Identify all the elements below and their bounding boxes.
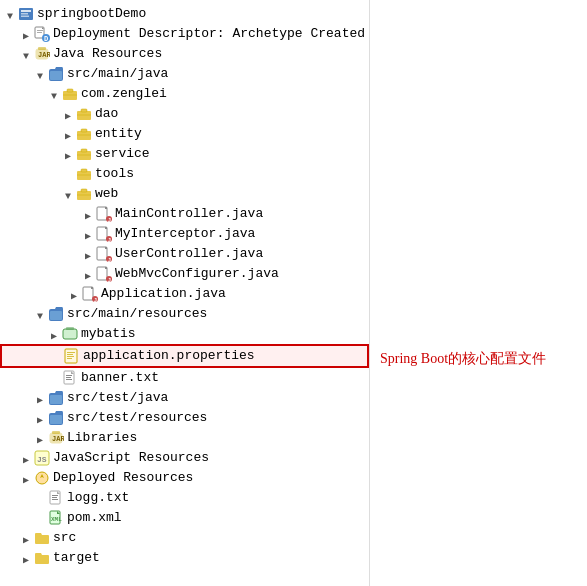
tree-item-service[interactable]: service [0, 144, 369, 164]
label-deployment-descriptor: Deployment Descriptor: Archetype Created… [53, 25, 370, 43]
svg-text:J: J [108, 257, 112, 263]
svg-rect-69 [52, 499, 58, 500]
svg-rect-53 [67, 358, 72, 359]
tree-item-tools[interactable]: tools [0, 164, 369, 184]
svg-rect-55 [66, 375, 72, 376]
svg-rect-25 [77, 171, 91, 180]
svg-rect-22 [77, 151, 91, 160]
label-Application: Application.java [101, 285, 226, 303]
label-MainController: MainController.java [115, 205, 263, 223]
svg-rect-23 [81, 149, 87, 152]
tree-item-MyInterceptor[interactable]: JMyInterceptor.java [0, 224, 369, 244]
label-src: src [53, 529, 76, 547]
label-WebMvcConfigurer: WebMvcConfigurer.java [115, 265, 279, 283]
svg-rect-20 [81, 129, 87, 132]
tree-item-springbootDemo[interactable]: springbootDemo [0, 4, 369, 24]
icon-project [18, 6, 34, 22]
tree-item-deployed-resources[interactable]: Deployed Resources [0, 468, 369, 488]
tree-item-dao[interactable]: dao [0, 104, 369, 124]
icon-java: J [96, 266, 112, 282]
tree-item-src[interactable]: src [0, 528, 369, 548]
label-libraries: Libraries [67, 429, 137, 447]
tree-item-com-zenglei[interactable]: com.zenglei [0, 84, 369, 104]
icon-folder [34, 550, 50, 566]
arrow-web [62, 188, 74, 200]
tree-item-java-resources[interactable]: JARJava Resources [0, 44, 369, 64]
svg-rect-58 [50, 395, 62, 404]
tree-item-banner-txt[interactable]: banner.txt [0, 368, 369, 388]
svg-rect-3 [21, 16, 29, 18]
label-src-test-resources: src/test/resources [67, 409, 207, 427]
tree-item-Application[interactable]: JApplication.java [0, 284, 369, 304]
label-UserController: UserController.java [115, 245, 263, 263]
icon-jar: JAR [48, 430, 64, 446]
arrow-UserController [82, 248, 94, 260]
arrow-src-main-java [34, 68, 46, 80]
arrow-service [62, 148, 74, 160]
tree-item-javascript-resources[interactable]: JSJavaScript Resources [0, 448, 369, 468]
tree-item-target[interactable]: target [0, 548, 369, 568]
arrow-dao [62, 108, 74, 120]
arrow-mybatis [48, 328, 60, 340]
arrow-target [20, 552, 32, 564]
svg-rect-47 [63, 329, 77, 339]
main-container: springbootDemoDDeployment Descriptor: Ar… [0, 0, 587, 586]
svg-rect-19 [77, 131, 91, 140]
icon-deploy [34, 470, 50, 486]
icon-descriptor: D [34, 26, 50, 42]
label-javascript-resources: JavaScript Resources [53, 449, 209, 467]
svg-rect-61 [52, 431, 60, 434]
label-application-properties: application.properties [83, 347, 255, 365]
svg-rect-29 [81, 189, 87, 192]
svg-rect-13 [63, 91, 77, 100]
tree-item-src-main-resources[interactable]: src/main/resources [0, 304, 369, 324]
tree-item-web[interactable]: web [0, 184, 369, 204]
annotation-text: Spring Boot的核心配置文件 [380, 350, 546, 368]
label-banner-txt: banner.txt [81, 369, 159, 387]
tree-item-src-test-java[interactable]: src/test/java [0, 388, 369, 408]
arrow-src [20, 532, 32, 544]
svg-text:JAR: JAR [52, 435, 64, 443]
icon-xml: XML [48, 510, 64, 526]
tree-item-pom-xml[interactable]: XMLpom.xml [0, 508, 369, 528]
icon-package [76, 186, 92, 202]
arrow-src-main-resources [34, 308, 46, 320]
tree-item-MainController[interactable]: JMainController.java [0, 204, 369, 224]
label-dao: dao [95, 105, 118, 123]
svg-rect-14 [67, 89, 73, 92]
icon-package [76, 126, 92, 142]
arrow-Application [68, 288, 80, 300]
label-com-zenglei: com.zenglei [81, 85, 167, 103]
tree-item-mybatis[interactable]: mybatis [0, 324, 369, 344]
icon-package [76, 166, 92, 182]
tree-item-deployment-descriptor[interactable]: DDeployment Descriptor: Archetype Create… [0, 24, 369, 44]
tree-item-WebMvcConfigurer[interactable]: JWebMvcConfigurer.java [0, 264, 369, 284]
svg-rect-57 [66, 379, 72, 380]
icon-java: J [82, 286, 98, 302]
tree-item-src-main-java[interactable]: src/main/java [0, 64, 369, 84]
label-src-main-resources: src/main/resources [67, 305, 207, 323]
tree-item-entity[interactable]: entity [0, 124, 369, 144]
tree-item-UserController[interactable]: JUserController.java [0, 244, 369, 264]
label-tools: tools [95, 165, 134, 183]
svg-rect-1 [21, 10, 31, 12]
tree-item-src-test-resources[interactable]: src/test/resources [0, 408, 369, 428]
svg-rect-68 [52, 497, 57, 498]
arrow-libraries [34, 432, 46, 444]
arrow-src-test-resources [34, 412, 46, 424]
arrow-src-test-java [34, 392, 46, 404]
tree-item-application-properties[interactable]: application.properties [0, 344, 369, 368]
svg-rect-26 [81, 169, 87, 172]
label-mybatis: mybatis [81, 325, 136, 343]
svg-text:XML: XML [51, 516, 62, 523]
icon-src [48, 66, 64, 82]
tree-item-libraries[interactable]: JARLibraries [0, 428, 369, 448]
svg-rect-16 [77, 111, 91, 120]
icon-java: J [96, 226, 112, 242]
arrow-entity [62, 128, 74, 140]
label-pom-xml: pom.xml [67, 509, 122, 527]
icon-src [48, 410, 64, 426]
icon-mybatis [62, 326, 78, 342]
label-springbootDemo: springbootDemo [37, 5, 146, 23]
tree-item-logg-txt[interactable]: logg.txt [0, 488, 369, 508]
